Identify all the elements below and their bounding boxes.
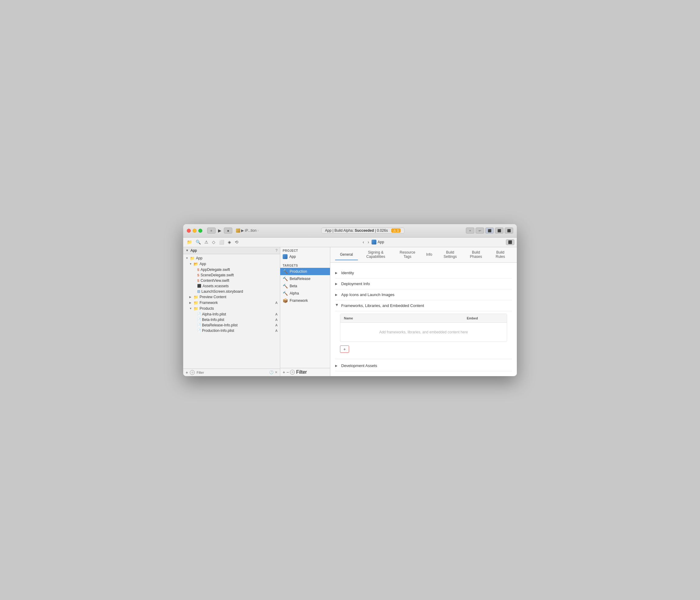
project-section-label: PROJECT: [280, 247, 330, 253]
tab-build-rules[interactable]: Build Rules: [489, 247, 512, 262]
section-deployment[interactable]: ▶ Deployment Info: [335, 278, 512, 290]
swift-file-icon: S: [197, 273, 199, 277]
add-file-button[interactable]: +: [185, 370, 188, 375]
warning-icon-btn[interactable]: ⚠: [203, 239, 209, 245]
minimize-button[interactable]: [193, 229, 197, 233]
add-target-button[interactable]: +: [283, 370, 285, 375]
target-icon-betarelease: 🔨: [283, 276, 288, 281]
test-icon-btn[interactable]: ◇: [211, 239, 217, 245]
back-forward-button[interactable]: ↩: [476, 227, 484, 233]
frameworks-table: Name Embed Add frameworks, libraries, an…: [340, 314, 507, 342]
build-status-prefix: App | Build Alpha:: [325, 228, 355, 233]
tab-general[interactable]: General: [335, 249, 358, 260]
warning-badge[interactable]: ⚠ 1: [391, 228, 401, 233]
add-framework-button[interactable]: +: [340, 346, 349, 353]
frameworks-table-header: Name Embed: [340, 314, 507, 323]
tree-item-alpha-plist[interactable]: 📄 Alpha-Info.plist A: [183, 311, 280, 317]
tree-item-appdelegate[interactable]: S AppDelegate.swift: [183, 267, 280, 272]
sidebar-disclose-icon[interactable]: ▼: [185, 249, 189, 252]
inspector-toggle[interactable]: ⬛: [506, 239, 515, 245]
editor-layout-1[interactable]: ⬛: [485, 227, 494, 233]
play-button[interactable]: ▶: [218, 228, 221, 233]
swift-file-icon: S: [197, 268, 199, 272]
sidebar-header: ▼ App ?: [183, 247, 280, 254]
main-content: ▼ App ? ▼ 📁 App ▼ 📂 App: [183, 247, 517, 376]
add-button[interactable]: +: [466, 227, 474, 233]
titlebar-actions: + ↩ ⬛ ⬛ ⬛: [466, 227, 513, 233]
target-item-alpha[interactable]: 🔨 Alpha: [280, 290, 330, 297]
scheme-icon: [236, 228, 240, 233]
section-title-identity: Identity: [341, 271, 354, 275]
target-label-beta: Beta: [290, 284, 297, 288]
col-name-label: Name: [344, 316, 467, 320]
search-icon-btn[interactable]: 🔍: [194, 239, 202, 245]
target-item-betarelease[interactable]: 🔨 BetaRelease: [280, 275, 330, 282]
target-item-beta[interactable]: 🔨 Beta: [280, 282, 330, 290]
tree-item-beta-plist[interactable]: 📄 Beta-Info.plist A: [183, 317, 280, 322]
section-dev-assets[interactable]: ▶ Development Assets: [335, 360, 512, 371]
tree-item-scenedelegate[interactable]: S SceneDelegate.swift: [183, 272, 280, 278]
settings-content: ▶ Identity ▶ Deployment Info ▶ App Icons…: [330, 263, 517, 376]
editor-layout-3[interactable]: ⬛: [505, 227, 513, 233]
breakpoint-icon-btn[interactable]: ◈: [227, 239, 232, 245]
target-label-betarelease: BetaRelease: [290, 277, 310, 281]
disclosure-icon: ▼: [189, 262, 192, 266]
target-icon-production: 🔨: [283, 269, 288, 274]
tab-build-settings[interactable]: Build Settings: [437, 247, 463, 262]
disclosure-icon: ▼: [189, 307, 192, 310]
maximize-button[interactable]: [198, 229, 202, 233]
section-identity[interactable]: ▶ Identity: [335, 268, 512, 278]
storyboard-file-icon: ▨: [197, 290, 200, 293]
forward-nav-button[interactable]: ›: [366, 239, 370, 245]
target-item-framework[interactable]: 📦 Framework: [280, 297, 330, 304]
device-label: ▶ iP...tion: [241, 228, 256, 233]
tree-badge: A: [275, 301, 277, 304]
tree-item-assets[interactable]: ⬛ Assets.xcassets: [183, 283, 280, 289]
folder-icon: 📁: [194, 301, 198, 305]
tab-signing[interactable]: Signing & Capabilities: [358, 247, 394, 262]
tab-build-phases[interactable]: Build Phases: [463, 247, 489, 262]
tree-label: Products: [200, 306, 214, 310]
tree-item-framework[interactable]: ▶ 📁 Framework A: [183, 300, 280, 306]
folder-icon-btn[interactable]: 📁: [185, 239, 193, 245]
close-button[interactable]: [187, 229, 191, 233]
plist-file-icon: 📄: [197, 323, 201, 327]
tab-resource-tags[interactable]: Resource Tags: [394, 247, 421, 262]
project-item-app[interactable]: App: [280, 253, 330, 260]
titlebar: ≡ ▶ ■ ▶ iP...tion › App | Build Alpha: S…: [183, 224, 517, 238]
frameworks-empty-message: Add frameworks, libraries, and embedded …: [340, 323, 507, 342]
tree-item-app-root[interactable]: ▼ 📁 App: [183, 255, 280, 261]
navigator-toolbar: 📁 🔍 ⚠ ◇ ⬜ ◈ ⟲ ‹ › App ⬛: [183, 238, 517, 247]
target-item-production[interactable]: 🔨 Production: [280, 268, 330, 275]
plist-file-icon: 📄: [197, 318, 201, 321]
tree-item-app[interactable]: ▼ 📂 App: [183, 261, 280, 267]
git-icon-btn[interactable]: ⟲: [233, 239, 240, 245]
tree-label: ContentView.swift: [200, 278, 229, 283]
disclosure-icon: ▶: [189, 296, 192, 299]
traffic-lights: [187, 229, 202, 233]
add-framework-area: +: [335, 342, 512, 358]
scheme-selector[interactable]: ▶ iP...tion ›: [235, 228, 260, 233]
editor-layout-2[interactable]: ⬛: [495, 227, 503, 233]
tree-item-betarelease-plist[interactable]: 📄 BetaRelease-Info.plist A: [183, 322, 280, 328]
section-frameworks-header-row[interactable]: ▶ Frameworks, Libraries, and Embedded Co…: [335, 300, 512, 311]
back-nav-button[interactable]: ‹: [361, 239, 366, 245]
tree-label: Assets.xcassets: [203, 284, 229, 288]
tree-item-contentview[interactable]: S ContentView.swift: [183, 278, 280, 283]
build-succeeded-label: Succeeded: [354, 228, 374, 233]
tab-info[interactable]: Info: [421, 249, 437, 260]
section-app-icons[interactable]: ▶ App Icons and Launch Images: [335, 290, 512, 300]
sidebar-help-icon[interactable]: ?: [275, 248, 277, 253]
build-status-box: App | Build Alpha: Succeeded | 0.026s ⚠ …: [321, 227, 405, 233]
folder-icon: 📁: [194, 306, 198, 311]
stop-button[interactable]: ■: [224, 227, 232, 233]
debug-icon-btn[interactable]: ⬜: [218, 239, 225, 245]
tree-item-launchscreen[interactable]: ▨ LaunchScreen.storyboard: [183, 289, 280, 294]
tree-item-products[interactable]: ▼ 📁 Products: [183, 306, 280, 311]
settings-panel: General Signing & Capabilities Resource …: [330, 247, 517, 376]
navigator-toggle[interactable]: ≡: [207, 227, 216, 233]
tree-item-production-plist[interactable]: 📄 Production-Info.plist A: [183, 328, 280, 333]
tree-item-preview-content[interactable]: ▶ 📁 Preview Content: [183, 294, 280, 300]
sidebar-footer: + ◎ Filter 🕐 ✕: [183, 369, 280, 376]
remove-target-button[interactable]: −: [286, 370, 289, 375]
